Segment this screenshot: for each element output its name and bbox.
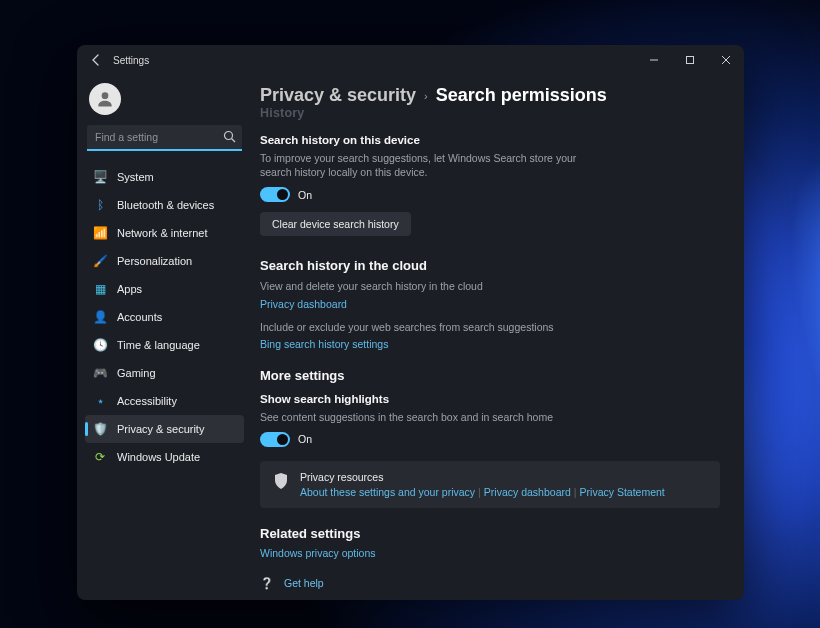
clear-history-button[interactable]: Clear device search history: [260, 212, 411, 236]
more-settings-heading: More settings: [260, 368, 720, 383]
svg-line-4: [232, 139, 236, 143]
privacy-dashboard-link-2[interactable]: Privacy dashboard: [484, 486, 571, 498]
sidebar-item-apps[interactable]: ▦Apps: [85, 275, 244, 303]
device-history-desc: To improve your search suggestions, let …: [260, 151, 610, 179]
sidebar-item-gaming[interactable]: 🎮Gaming: [85, 359, 244, 387]
device-history-toggle[interactable]: [260, 187, 290, 202]
minimize-button[interactable]: [636, 45, 672, 75]
history-heading-cutoff: History: [260, 106, 720, 120]
sidebar-item-bluetooth[interactable]: ᛒBluetooth & devices: [85, 191, 244, 219]
apps-icon: ▦: [93, 282, 107, 296]
breadcrumb-parent[interactable]: Privacy & security: [260, 85, 416, 106]
help-icon: ❔: [260, 577, 274, 590]
card-title: Privacy resources: [300, 471, 665, 483]
user-avatar[interactable]: [89, 83, 121, 115]
shield-icon: 🛡️: [93, 422, 107, 436]
device-history-title: Search history on this device: [260, 134, 720, 146]
about-privacy-link[interactable]: About these settings and your privacy: [300, 486, 475, 498]
titlebar: Settings: [77, 45, 744, 75]
maximize-button[interactable]: [672, 45, 708, 75]
system-icon: 🖥️: [93, 170, 107, 184]
chevron-right-icon: ›: [424, 90, 428, 102]
highlights-toggle-label: On: [298, 433, 312, 445]
wifi-icon: 📶: [93, 226, 107, 240]
highlights-title: Show search highlights: [260, 393, 720, 405]
close-button[interactable]: [708, 45, 744, 75]
bluetooth-icon: ᛒ: [93, 198, 107, 212]
cloud-history-line1: View and delete your search history in t…: [260, 279, 610, 293]
svg-point-2: [102, 92, 109, 99]
sidebar-item-privacy[interactable]: 🛡️Privacy & security: [85, 415, 244, 443]
privacy-statement-link[interactable]: Privacy Statement: [580, 486, 665, 498]
highlights-desc: See content suggestions in the search bo…: [260, 410, 610, 424]
get-help-link[interactable]: ❔ Get help: [260, 577, 720, 590]
back-button[interactable]: [87, 54, 105, 66]
windows-privacy-options-link[interactable]: Windows privacy options: [260, 547, 376, 559]
cloud-history-title: Search history in the cloud: [260, 258, 720, 273]
search-icon: [223, 130, 236, 145]
bing-history-link[interactable]: Bing search history settings: [260, 338, 388, 350]
app-title: Settings: [113, 55, 149, 66]
gaming-icon: 🎮: [93, 366, 107, 380]
highlights-toggle[interactable]: [260, 432, 290, 447]
content-pane[interactable]: Privacy & security › Search permissions …: [252, 75, 744, 600]
brush-icon: 🖌️: [93, 254, 107, 268]
sidebar-item-time[interactable]: 🕓Time & language: [85, 331, 244, 359]
sidebar-item-update[interactable]: ⟳Windows Update: [85, 443, 244, 471]
device-history-toggle-label: On: [298, 189, 312, 201]
account-icon: 👤: [93, 310, 107, 324]
svg-point-3: [225, 132, 233, 140]
settings-window: Settings 🖥️System ᛒBluetooth & devices: [77, 45, 744, 600]
privacy-resources-card: Privacy resources About these settings a…: [260, 461, 720, 508]
clock-icon: 🕓: [93, 338, 107, 352]
sidebar: 🖥️System ᛒBluetooth & devices 📶Network &…: [77, 75, 252, 600]
search-input[interactable]: [87, 125, 242, 151]
breadcrumb: Privacy & security › Search permissions: [260, 85, 720, 106]
sidebar-item-accessibility[interactable]: ⭑Accessibility: [85, 387, 244, 415]
shield-icon: [274, 473, 288, 491]
sidebar-item-accounts[interactable]: 👤Accounts: [85, 303, 244, 331]
sidebar-item-system[interactable]: 🖥️System: [85, 163, 244, 191]
privacy-dashboard-link[interactable]: Privacy dashboard: [260, 298, 347, 310]
cloud-history-line2: Include or exclude your web searches fro…: [260, 320, 610, 334]
accessibility-icon: ⭑: [93, 394, 107, 408]
breadcrumb-current: Search permissions: [436, 85, 607, 106]
sidebar-item-network[interactable]: 📶Network & internet: [85, 219, 244, 247]
svg-rect-1: [687, 57, 694, 64]
sidebar-item-personalization[interactable]: 🖌️Personalization: [85, 247, 244, 275]
related-settings-heading: Related settings: [260, 526, 720, 541]
update-icon: ⟳: [93, 450, 107, 464]
